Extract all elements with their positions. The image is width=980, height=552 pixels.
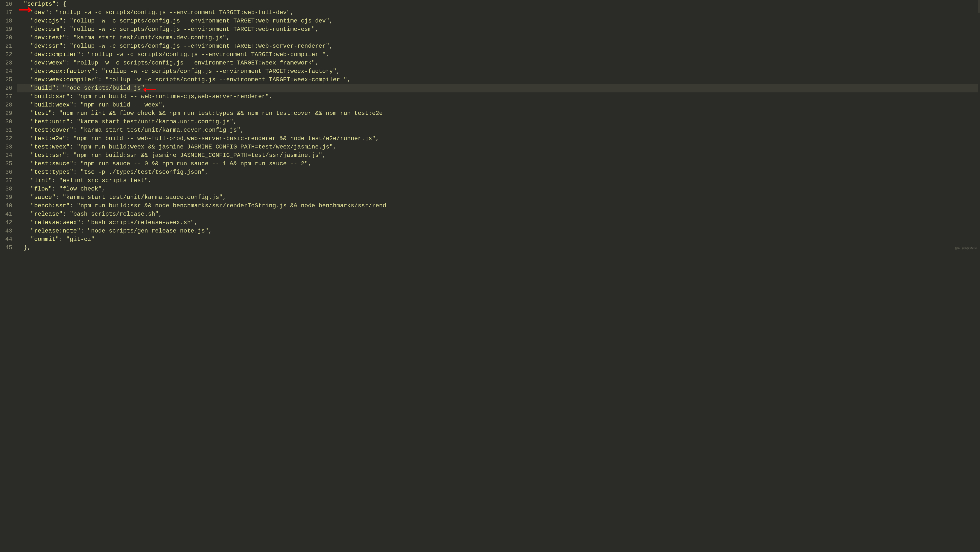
code-line[interactable]: "lint": "eslint src scripts test", [17,176,980,185]
token-brace: { [63,1,66,7]
line-number: 38 [2,185,12,193]
line-content: "test:sauce": "npm run sauce -- 0 && npm… [17,160,312,167]
token-key: "build" [30,85,56,91]
token-punct: : [73,169,81,175]
token-key: "test:unit" [30,118,70,125]
token-key: "dev:esm" [30,26,63,33]
token-punct: , [315,59,318,66]
token-punct: : [52,185,59,192]
line-number: 24 [2,67,12,76]
code-line[interactable]: "release:note": "node scripts/gen-releas… [17,227,980,235]
indent-guide [17,160,17,168]
indent-guide [17,109,17,118]
line-number: 36 [2,168,12,176]
token-punct: : [52,110,59,116]
code-line[interactable]: "build:weex": "npm run build -- weex", [17,101,980,109]
line-number-gutter: 1617181920212223242526272829303132333435… [0,0,17,252]
token-key: "flow" [30,185,52,192]
token-punct: : [98,77,105,83]
minimap[interactable] [978,0,980,252]
code-line[interactable]: "test:types": "tsc -p ./types/test/tscon… [17,168,980,176]
line-number: 17 [2,8,12,17]
code-line[interactable]: "test:e2e": "npm run build -- web-full-p… [17,134,980,143]
token-punct: : [63,43,70,49]
code-line[interactable]: "dev:weex:compiler": "rollup -w -c scrip… [17,76,980,84]
line-content: "dev:weex:factory": "rollup -w -c script… [17,68,340,75]
code-line[interactable]: "dev:weex:factory": "rollup -w -c script… [17,67,980,76]
token-punct: : [73,102,81,108]
code-line[interactable]: "dev:esm": "rollup -w -c scripts/config.… [17,25,980,34]
indent-guide [17,143,17,151]
indent-guide [24,185,24,193]
token-key: "test" [30,110,52,116]
line-number: 19 [2,25,12,34]
code-line[interactable]: "scripts": { [17,0,980,8]
code-line[interactable]: "dev": "rollup -w -c scripts/config.js -… [17,8,980,17]
token-key: "release" [30,211,63,217]
token-punct: , [322,152,326,159]
indent-guide [24,25,24,34]
line-number: 16 [2,0,12,8]
code-line[interactable]: "dev:cjs": "rollup -w -c scripts/config.… [17,17,980,25]
token-punct: : [66,59,73,66]
code-line[interactable]: "dev:test": "karma start test/unit/karma… [17,34,980,42]
indent-guide [24,59,24,67]
token-punct: , [233,118,237,125]
token-punct: , [375,135,379,142]
indent-guide [24,118,24,126]
indent-guide [24,42,24,50]
code-line[interactable]: "build:ssr": "npm run build -- web-runti… [17,93,980,101]
token-punct: : [73,127,81,133]
code-line[interactable]: "test:weex": "npm run build:weex && jasm… [17,143,980,151]
code-editor[interactable]: 1617181920212223242526272829303132333435… [0,0,980,252]
code-line[interactable]: "test": "npm run lint && flow check && n… [17,109,980,118]
indent-guide [24,101,24,109]
code-line[interactable]: "release": "bash scripts/release.sh", [17,210,980,219]
line-number: 31 [2,126,12,134]
line-content: "test": "npm run lint && flow check && n… [17,110,383,116]
code-line[interactable]: "commit": "git-cz" [17,235,980,244]
code-line[interactable]: "test:cover": "karma start test/unit/kar… [17,126,980,134]
indent-guide [24,126,24,134]
indent-guide [24,109,24,118]
code-line[interactable]: "test:sauce": "npm run sauce -- 0 && npm… [17,160,980,168]
indent-guide [24,76,24,84]
code-line[interactable]: }, [17,244,980,252]
line-number: 18 [2,17,12,25]
indent-guide [24,93,24,101]
indent-guide [17,25,17,34]
token-string: "rollup -w -c scripts/config.js --enviro… [102,68,337,75]
code-line[interactable]: "flow": "flow check", [17,185,980,193]
code-line[interactable]: "build": "node scripts/build.js", [17,84,980,93]
line-number: 22 [2,50,12,59]
token-punct: : [70,144,77,150]
code-line[interactable]: "bench:ssr": "npm run build:ssr && node … [17,202,980,210]
code-line[interactable]: "dev:weex": "rollup -w -c scripts/config… [17,59,980,67]
code-line[interactable]: "test:ssr": "npm run build:ssr && jasmin… [17,151,980,160]
token-punct: , [102,185,105,192]
token-key: "dev:weex" [30,59,66,66]
token-punct: , [269,93,272,100]
token-key: "build:weex" [30,102,73,108]
code-line[interactable]: "dev:ssr": "rollup -w -c scripts/config.… [17,42,980,50]
line-content: "test:e2e": "npm run build -- web-full-p… [17,135,379,142]
indent-guide [17,210,17,219]
token-punct: : [66,152,73,159]
indent-guide [17,50,17,59]
indent-guide [24,84,24,93]
code-line[interactable]: "release:weex": "bash scripts/release-we… [17,219,980,227]
line-number: 44 [2,235,12,244]
token-punct: : [56,1,63,7]
line-content: "dev:cjs": "rollup -w -c scripts/config.… [17,18,333,24]
indent-guide [17,134,17,143]
token-key: "dev:weex:factory" [30,68,95,75]
code-line[interactable]: "sauce": "karma start test/unit/karma.sa… [17,193,980,202]
code-line[interactable]: "test:unit": "karma start test/unit/karm… [17,118,980,126]
token-string: "karma start test/unit/karma.sauce.confi… [63,194,223,201]
code-line[interactable]: "dev:compiler": "rollup -w -c scripts/co… [17,50,980,59]
line-number: 30 [2,118,12,126]
code-area[interactable]: "scripts": {"dev": "rollup -w -c scripts… [17,0,980,252]
token-string: "eslint src scripts test" [59,177,148,184]
token-key: "test:weex" [30,144,70,150]
token-brace: } [24,244,27,251]
